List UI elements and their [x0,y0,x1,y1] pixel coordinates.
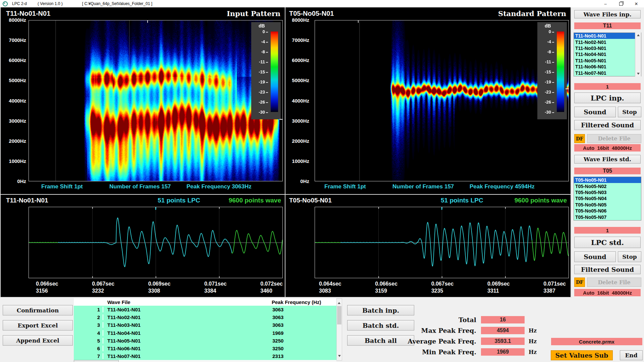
minimize-button[interactable]: – [598,0,613,7]
wave-files-inp-button[interactable]: Wave Files inp. [574,10,641,18]
scrollbar-thumb[interactable] [74,360,119,362]
scroll-down-icon[interactable] [637,73,640,75]
end-button[interactable]: End [620,350,643,360]
frames-count-label: Number of Frames 157 [392,183,454,190]
input-file-item[interactable]: T11-No06-N01 [574,64,641,70]
input-file-item[interactable]: T11-No01-N01 [574,33,641,39]
colorbar-tick: 0 [549,29,554,34]
frames-count-label: Number of Frames 157 [109,183,171,190]
table-row[interactable]: 7 T11-No07-N01 2313 [74,352,336,360]
close-button[interactable]: ✕ [629,0,644,7]
table-header: Wave File Peak Frequency (Hz) [74,298,336,306]
time-seconds: 0.066sec [375,280,397,287]
input-spectrogram-file: T11-No01-N01 [6,10,50,17]
row-number: 5 [74,338,100,344]
table-row[interactable]: 2 T11-No02-N01 3063 [74,313,336,321]
input-file-list[interactable]: T11-No01-N01T11-No02-N01T11-No03-N01T11-… [574,33,641,76]
input-file-item[interactable]: T11-No07-N01 [574,70,641,76]
freq-tick: 1000Hz [292,159,309,164]
results-table: Wave File Peak Frequency (Hz) 1 T11-No01… [74,298,336,360]
colorbar-tick: -15 [259,70,268,74]
input-file-item[interactable]: T11-No04-N01 [574,51,641,57]
restore-button[interactable] [613,0,629,7]
input-format-display: Auto 16bit 48000Hz [574,144,641,152]
table-row[interactable]: 4 T11-No04-N01 1969 [74,329,336,337]
batch-inp-button[interactable]: Batch inp. [347,305,414,315]
input-file-item[interactable]: T11-No02-N01 [574,39,641,45]
input-waveform-canvas [29,207,282,278]
standard-file-item[interactable]: T05-No05-N04 [574,195,641,201]
row-peak-frequency: 3063 [272,314,283,320]
colorbar-tick: -8 [547,50,554,54]
append-excel-button[interactable]: Append Excel [3,335,73,346]
stat-value: 1969 [481,348,525,356]
row-peak-frequency: 3063 [272,307,283,312]
set-values-sub-button[interactable]: Set Values Sub [551,350,613,360]
table-row[interactable]: 1 T11-No01-N01 3063 [74,306,336,313]
wave-files-std-button[interactable]: Wave Files std. [574,155,641,164]
df-std-button[interactable]: DF [574,278,585,287]
sound-std-button[interactable]: Sound [574,251,616,262]
row-number: 2 [74,314,100,320]
time-seconds: 0.069sec [148,280,171,287]
table-row[interactable]: 6 T11-No06-N01 3250 [74,345,336,352]
scrollbar-thumb[interactable] [337,306,341,324]
stat-row: Min Peak Freq. 1969 Hz [366,348,540,356]
scroll-down-icon[interactable] [338,355,341,357]
standard-spectrogram-panel: T05-No05-N01 Standard Pattern 8000Hz7000… [286,8,570,193]
delete-file-inp-button[interactable]: Delete File [587,134,641,143]
freq-tick: 3000Hz [292,118,309,124]
scroll-up-icon[interactable] [637,34,640,36]
colorbar-tick: 0 [263,29,268,34]
table-row[interactable]: 5 T11-No05-N01 3250 [74,337,336,345]
input-spectrogram-panel: T11-No01-N01 Input Pattern 8000Hz7000Hz6… [3,8,284,193]
table-row[interactable]: 3 T11-No03-N01 3063 [74,321,336,329]
standard-file-list[interactable]: T05-No05-N01T05-No05-N02T05-No05-N03T05-… [574,177,641,221]
standard-file-item[interactable]: T05-No05-N02 [574,183,641,189]
lpc-std-button[interactable]: LPC std. [574,237,641,248]
table-horizontal-scrollbar[interactable] [74,360,336,362]
colorbar-tick: -4 [547,40,554,44]
filtered-sound-std-button[interactable]: Filtered Sound [574,265,641,274]
input-list-scrollbar[interactable] [635,33,641,76]
db-colorbar: dB 0-4-8-11-15-19-23-26-30 [251,22,281,119]
table-vertical-scrollbar[interactable] [336,298,342,361]
colorbar-tick: -4 [261,40,268,44]
df-inp-button[interactable]: DF [574,134,585,143]
freq-tick: 5000Hz [292,78,309,83]
row-peak-frequency: 3250 [272,346,283,351]
standard-file-item[interactable]: T05-No05-N03 [574,189,641,195]
sound-inp-button[interactable]: Sound [574,107,616,117]
stat-unit: Hz [529,338,540,345]
standard-file-item[interactable]: T05-No05-N06 [574,208,641,214]
standard-file-item[interactable]: T05-No05-N07 [574,214,641,220]
lpc-inp-button[interactable]: LPC inp. [574,93,641,103]
export-excel-button[interactable]: Export Excel [3,320,73,330]
standard-file-item[interactable]: T05-No05-N05 [574,202,641,208]
stat-unit: Hz [529,349,540,355]
standard-waveform-plot [315,207,569,278]
filtered-sound-inp-button[interactable]: Filtered Sound [574,120,641,130]
statistics-panel: Total 16 Max Peak Freq. 4594 Hz Average … [366,316,540,356]
input-time-axis: 0.066sec 3156 0.067sec 3232 0.069sec 330… [29,280,283,295]
row-peak-frequency: 1969 [272,330,283,336]
standard-file-item[interactable]: T05-No05-N01 [574,177,641,183]
frame-marker [358,20,359,23]
input-file-item[interactable]: T11-No03-N01 [574,45,641,51]
freq-tick: 2000Hz [9,138,26,144]
standard-time-axis: 0.064sec 3083 0.066sec 3159 0.067sec 323… [312,280,566,295]
scroll-up-icon[interactable] [338,302,340,304]
time-seconds: 0.067sec [92,280,114,287]
confirmation-button[interactable]: Confirmation [3,305,73,315]
standard-pattern-label: Standard Pattern [498,9,566,18]
row-wave-file: T11-No07-N01 [103,353,141,359]
delete-file-std-button[interactable]: Delete File [587,278,641,287]
stop-std-button[interactable]: Stop [618,251,641,262]
app-title: LPC 2-d [12,1,27,6]
time-sample: 3460 [260,287,283,294]
stat-row: Average Peak Freq. 3593.1 Hz [366,338,540,345]
time-seconds: 0.064sec [319,280,341,287]
standard-waveform-file: T05-No05-N01 [289,197,332,204]
input-file-item[interactable]: T11-No05-N01 [574,58,641,64]
stop-inp-button[interactable]: Stop [618,107,641,117]
